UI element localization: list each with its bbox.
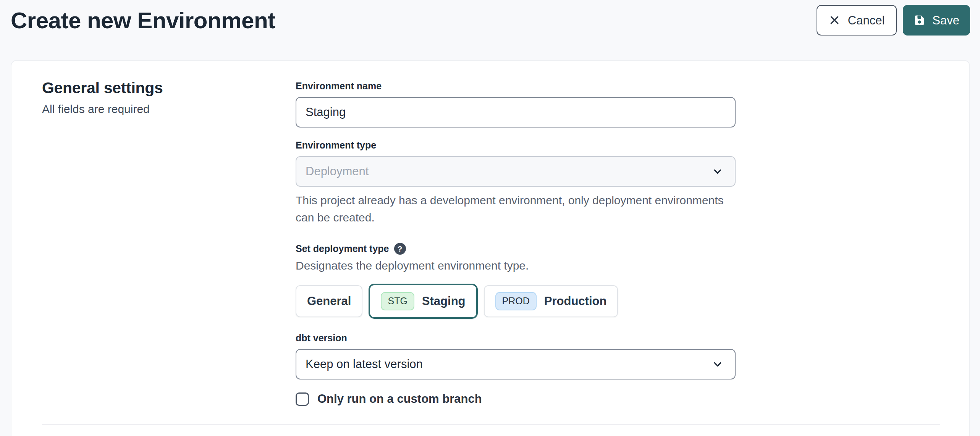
deployment-type-option-label: Staging: [422, 294, 466, 308]
dbt-version-value: Keep on latest version: [306, 357, 423, 371]
general-settings-card: General settings All fields are required…: [11, 60, 970, 436]
section-intro: General settings All fields are required: [42, 78, 296, 406]
deployment-type-option-production[interactable]: PROD Production: [484, 285, 618, 317]
close-icon: [829, 15, 840, 26]
page-header: Create new Environment Cancel Save: [0, 0, 980, 36]
custom-branch-label[interactable]: Only run on a custom branch: [317, 392, 482, 406]
deployment-type-options: General STG Staging PROD Production: [296, 284, 736, 319]
stg-badge: STG: [381, 292, 414, 310]
save-button[interactable]: Save: [903, 5, 970, 36]
environment-type-select[interactable]: Deployment: [296, 156, 736, 187]
deployment-type-option-general[interactable]: General: [296, 285, 362, 317]
environment-type-value: Deployment: [306, 165, 369, 178]
save-button-label: Save: [932, 15, 959, 26]
chevron-down-icon: [711, 358, 724, 371]
deployment-type-label: Set deployment type: [296, 243, 389, 254]
chevron-down-icon: [711, 165, 724, 178]
environment-form: Environment name Environment type Deploy…: [296, 78, 736, 406]
deployment-type-option-label: Production: [544, 294, 607, 308]
section-heading: General settings: [42, 79, 296, 97]
deployment-type-label-row: Set deployment type ?: [296, 243, 736, 255]
environment-name-label: Environment name: [296, 81, 736, 92]
environment-name-input[interactable]: [296, 97, 736, 128]
page-title: Create new Environment: [11, 7, 275, 34]
cancel-button[interactable]: Cancel: [817, 5, 897, 36]
custom-branch-checkbox[interactable]: [296, 392, 309, 406]
help-icon[interactable]: ?: [394, 243, 406, 255]
deployment-type-option-label: General: [307, 294, 351, 308]
deployment-type-option-staging[interactable]: STG Staging: [369, 284, 477, 319]
prod-badge: PROD: [495, 292, 537, 310]
save-icon: [914, 15, 925, 26]
section-divider: [42, 424, 940, 425]
dbt-version-select[interactable]: Keep on latest version: [296, 349, 736, 379]
custom-branch-row: Only run on a custom branch: [296, 392, 736, 406]
dbt-version-label: dbt version: [296, 333, 736, 344]
card-grid: General settings All fields are required…: [42, 78, 969, 406]
environment-type-helper: This project already has a development e…: [296, 192, 731, 226]
header-actions: Cancel Save: [817, 5, 970, 36]
deployment-type-description: Designates the deployment environment ty…: [296, 259, 736, 272]
section-subheading: All fields are required: [42, 103, 296, 116]
cancel-button-label: Cancel: [848, 15, 885, 26]
environment-type-label: Environment type: [296, 140, 736, 151]
